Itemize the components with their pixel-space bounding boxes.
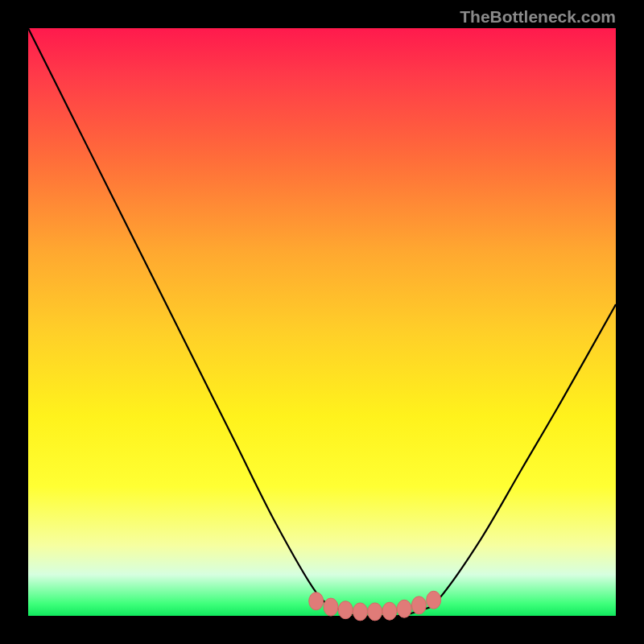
curve-marker: [411, 597, 426, 614]
curve-marker: [309, 592, 324, 610]
curve-marker: [397, 600, 411, 617]
curve-marker: [338, 601, 353, 619]
curve-marker: [382, 602, 397, 620]
marker-group: [309, 591, 441, 621]
chart-overlay-svg: [0, 0, 644, 644]
curve-marker: [427, 591, 441, 609]
chart-stage: TheBottleneck.com: [0, 0, 644, 644]
curve-marker: [324, 598, 338, 616]
bottleneck-curve: [28, 28, 616, 617]
curve-marker: [368, 603, 382, 621]
curve-marker: [353, 603, 367, 621]
watermark-text: TheBottleneck.com: [460, 7, 616, 27]
